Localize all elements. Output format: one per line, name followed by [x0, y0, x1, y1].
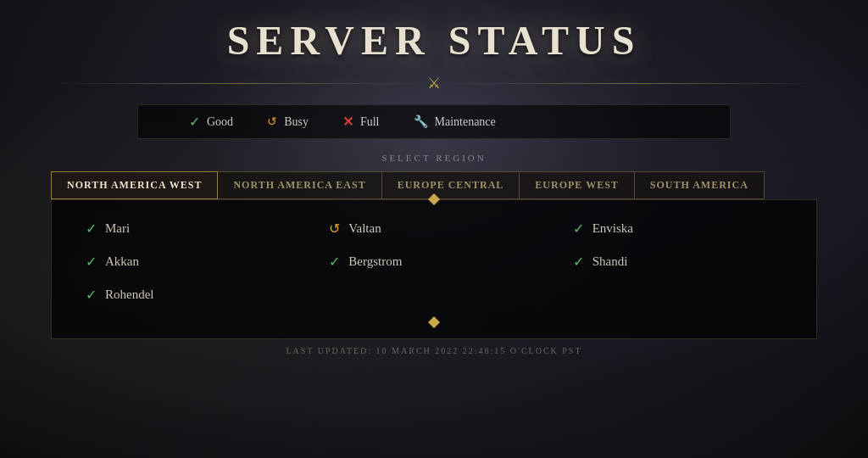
status-busy-icon: ↺ — [329, 221, 340, 237]
full-icon: ✕ — [342, 114, 353, 130]
server-name-bergstrom: Bergstrom — [348, 254, 402, 269]
server-item-akkan: ✓ Akkan — [69, 245, 312, 278]
server-name-valtan: Valtan — [348, 221, 381, 236]
full-label: Full — [360, 115, 380, 129]
status-good-icon: ✓ — [86, 221, 97, 237]
busy-label: Busy — [284, 115, 309, 129]
tabs-panel-wrapper: NORTH AMERICA WEST NORTH AMERICA EAST EU… — [51, 171, 817, 339]
server-name-mari: Mari — [105, 221, 130, 236]
legend-good: ✓ Good — [189, 114, 233, 130]
diamond-bottom — [428, 316, 440, 328]
good-label: Good — [207, 115, 233, 129]
good-icon: ✓ — [189, 114, 200, 130]
status-good-icon-6: ✓ — [86, 287, 97, 303]
server-item-mari: ✓ Mari — [69, 212, 312, 245]
server-name-akkan: Akkan — [105, 254, 139, 269]
status-good-icon-2: ✓ — [573, 221, 584, 237]
server-name-rohendel: Rohendel — [105, 288, 154, 302]
legend-maintenance: 🔧 Maintenance — [414, 114, 496, 129]
server-grid: ✓ Mari ↺ Valtan ✓ Enviska ✓ Akkan ✓ — [69, 212, 799, 311]
maintenance-icon: 🔧 — [414, 114, 428, 129]
server-item-empty-2 — [556, 278, 799, 311]
status-good-icon-3: ✓ — [86, 254, 97, 270]
legend-full: ✕ Full — [342, 114, 380, 130]
title-divider: ⚔ — [51, 74, 817, 92]
server-name-enviska: Enviska — [593, 221, 633, 236]
panel-diamond-top — [69, 195, 799, 204]
panel-diamond-bottom — [69, 318, 799, 327]
busy-icon: ↺ — [267, 114, 277, 129]
server-panel: ✓ Mari ↺ Valtan ✓ Enviska ✓ Akkan ✓ — [51, 199, 817, 339]
server-item-valtan: ↺ Valtan — [312, 212, 555, 245]
legend-busy: ↺ Busy — [267, 114, 309, 129]
diamond-top — [428, 193, 440, 205]
server-item-bergstrom: ✓ Bergstrom — [312, 245, 555, 278]
select-region-label: SELECT REGION — [381, 153, 486, 163]
status-good-icon-5: ✓ — [573, 254, 584, 270]
last-updated: LAST UPDATED: 10 MARCH 2022 22:48:15 O'C… — [286, 346, 581, 355]
server-item-enviska: ✓ Enviska — [556, 212, 799, 245]
page-title: SERVER STATUS — [227, 17, 642, 64]
server-name-shandi: Shandi — [593, 254, 628, 269]
status-good-icon-4: ✓ — [329, 254, 340, 270]
server-item-empty-1 — [312, 278, 555, 311]
ornament-icon: ⚔ — [427, 74, 441, 92]
legend-bar: ✓ Good ↺ Busy ✕ Full 🔧 Maintenance — [137, 104, 731, 139]
server-item-rohendel: ✓ Rohendel — [69, 278, 312, 311]
maintenance-label: Maintenance — [435, 115, 496, 129]
server-item-shandi: ✓ Shandi — [556, 245, 799, 278]
